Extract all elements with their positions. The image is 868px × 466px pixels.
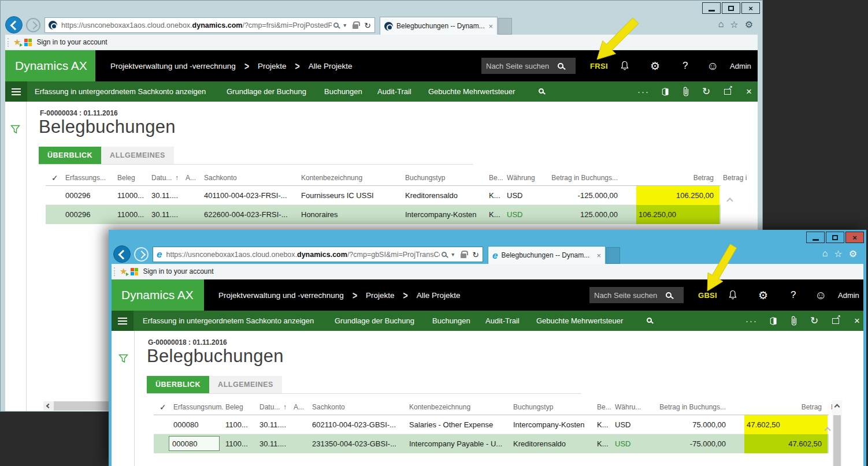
user-name[interactable]: Admin	[838, 279, 859, 311]
drag-grip[interactable]	[114, 267, 115, 276]
minimize-button[interactable]	[702, 2, 721, 14]
action-posting-origin[interactable]: Grundlage der Buchung	[227, 81, 306, 102]
column-header-kontenbezeichnung[interactable]: Kontenbezeichnung	[301, 170, 402, 185]
column-header-betrag-in-buchung[interactable]: Betrag in Buchungs...	[652, 399, 726, 415]
office-icon[interactable]	[769, 311, 777, 331]
back-button[interactable]	[113, 245, 131, 263]
close-page-icon[interactable]: ×	[854, 311, 860, 331]
column-header-a[interactable]: A...	[186, 170, 201, 185]
action-buchungen[interactable]: Buchungen	[432, 311, 470, 331]
add-favorite-star-icon[interactable]: ★	[120, 266, 127, 277]
column-header-datum[interactable]: Datu...	[151, 170, 175, 185]
chevron-down-icon[interactable]: ▾	[451, 251, 454, 258]
maximize-button[interactable]	[722, 2, 740, 14]
chevron-down-icon[interactable]: ▾	[343, 22, 346, 28]
search-icon[interactable]	[558, 63, 563, 69]
action-show-subledger[interactable]: Erfassung in untergeordnetem Sachkonto a…	[35, 81, 206, 102]
page-search-input[interactable]	[486, 62, 554, 70]
feedback-smiley-icon[interactable]: ☺	[815, 279, 826, 311]
column-header-datum[interactable]: Datu...	[259, 399, 283, 415]
action-search-icon[interactable]	[539, 88, 544, 94]
column-header-erfassung[interactable]: Erfassungs...	[65, 170, 115, 185]
column-header-betrag[interactable]: Betrag	[636, 170, 719, 185]
address-bar[interactable]: https://usnconeboxax1aos.cloud.onebox.dy…	[44, 17, 375, 33]
tools-gear-icon[interactable]: ⚙	[849, 248, 857, 259]
close-page-icon[interactable]: ×	[746, 81, 752, 102]
active-cell-editor[interactable]: 000080	[169, 436, 220, 451]
column-header-waehrung[interactable]: Währu...	[615, 399, 651, 415]
column-header-buchungstyp[interactable]: Buchungstyp	[405, 170, 486, 185]
menu-hamburger-icon[interactable]	[5, 81, 27, 102]
close-button[interactable]: ×	[741, 2, 760, 14]
search-icon[interactable]	[333, 23, 339, 28]
open-new-window-icon[interactable]	[832, 311, 839, 331]
refresh-icon[interactable]: ↻	[364, 21, 371, 30]
refresh-icon[interactable]: ↻	[702, 81, 710, 102]
column-header-betrag-i[interactable]: Betrag i	[723, 170, 747, 185]
column-header-erfassung[interactable]: Erfassungsnum...	[173, 399, 223, 415]
filter-funnel-icon[interactable]	[118, 354, 128, 366]
minimize-button[interactable]	[806, 232, 825, 243]
close-button[interactable]: ×	[845, 232, 864, 243]
drag-grip[interactable]	[8, 38, 9, 47]
column-header-beleg[interactable]: Beleg	[225, 399, 257, 415]
search-icon[interactable]	[442, 252, 447, 257]
tab-allgemeines[interactable]: ALLGEMEINES	[209, 376, 282, 393]
page-search-input[interactable]	[594, 291, 662, 300]
scroll-up-button[interactable]	[832, 400, 842, 412]
new-tab-button[interactable]	[498, 18, 512, 35]
more-options-icon[interactable]: ···	[637, 81, 650, 102]
column-header-be[interactable]: Be...	[597, 399, 613, 415]
action-posting-origin[interactable]: Grundlage der Buchung	[335, 311, 414, 331]
column-header-sachkonto[interactable]: Sachkonto	[204, 170, 298, 185]
settings-gear-icon[interactable]: ⚙	[758, 279, 768, 311]
column-header-a[interactable]: A...	[294, 399, 309, 415]
app-brand[interactable]: Dynamics AX	[112, 279, 204, 311]
table-row-selected[interactable]: 000080 1100... 30.11.... 231350-004-023-…	[154, 434, 829, 453]
column-header-beleg[interactable]: Beleg	[117, 170, 149, 185]
user-name[interactable]: Admin	[730, 50, 751, 81]
horizontal-scrollbar[interactable]	[43, 401, 109, 411]
tab-ueberblick[interactable]: ÜBERBLICK	[147, 376, 209, 393]
browser-tab[interactable]: e Belegbuchungen -- Dynam... ×	[488, 246, 606, 264]
maximize-button[interactable]	[826, 232, 844, 243]
forward-button[interactable]	[26, 18, 40, 32]
scrollbar-thumb[interactable]	[833, 415, 841, 466]
tab-ueberblick[interactable]: ÜBERBLICK	[39, 147, 101, 164]
search-icon[interactable]	[666, 292, 672, 298]
help-icon[interactable]: ?	[791, 279, 796, 311]
action-posted-vat[interactable]: Gebuchte Mehrwertsteuer	[536, 311, 623, 331]
column-header-waehrung[interactable]: Währung	[507, 170, 543, 185]
open-new-window-icon[interactable]	[724, 81, 731, 102]
more-options-icon[interactable]: ···	[745, 311, 758, 331]
refresh-icon[interactable]: ↻	[472, 250, 479, 259]
favorites-icon[interactable]: ☆	[730, 19, 738, 30]
home-icon[interactable]: ⌂	[822, 248, 828, 259]
home-icon[interactable]: ⌂	[718, 19, 724, 30]
office-icon[interactable]	[661, 81, 669, 102]
select-all-check-icon[interactable]: ✓	[51, 170, 63, 185]
tab-allgemeines[interactable]: ALLGEMEINES	[101, 147, 174, 164]
action-search-icon[interactable]	[647, 318, 652, 323]
feedback-smiley-icon[interactable]: ☺	[707, 50, 718, 81]
action-audit-trail[interactable]: Audit-Trail	[377, 81, 411, 102]
table-row[interactable]: 000296 11000... 30.11.... 401100-004-023…	[46, 186, 721, 205]
breadcrumb-area[interactable]: Projekte	[258, 62, 287, 70]
breadcrumb-page[interactable]: Alle Projekte	[309, 62, 353, 70]
page-search-box[interactable]	[481, 58, 576, 74]
new-tab-button[interactable]	[606, 247, 620, 264]
tab-close-icon[interactable]: ×	[488, 22, 493, 31]
browser-tab[interactable]: Belegbuchungen -- Dynam... ×	[380, 17, 498, 35]
tools-gear-icon[interactable]: ⚙	[745, 19, 753, 30]
favorites-link[interactable]: Sign in to your account	[143, 267, 213, 275]
app-brand[interactable]: Dynamics AX	[5, 50, 95, 81]
menu-hamburger-icon[interactable]	[112, 311, 133, 331]
column-header-be[interactable]: Be...	[489, 170, 505, 185]
table-row-selected[interactable]: 000296 11000... 30.11.... 622600-004-023…	[46, 205, 721, 224]
filter-funnel-icon[interactable]	[10, 125, 20, 136]
help-icon[interactable]: ?	[682, 50, 688, 81]
table-row[interactable]: 000080 1100... 30.11.... 602110-004-023-…	[154, 415, 829, 434]
column-header-betrag-in-buchung[interactable]: Betrag in Buchungs...	[544, 170, 618, 185]
favorites-icon[interactable]: ☆	[834, 248, 842, 259]
forward-button[interactable]	[134, 247, 149, 262]
